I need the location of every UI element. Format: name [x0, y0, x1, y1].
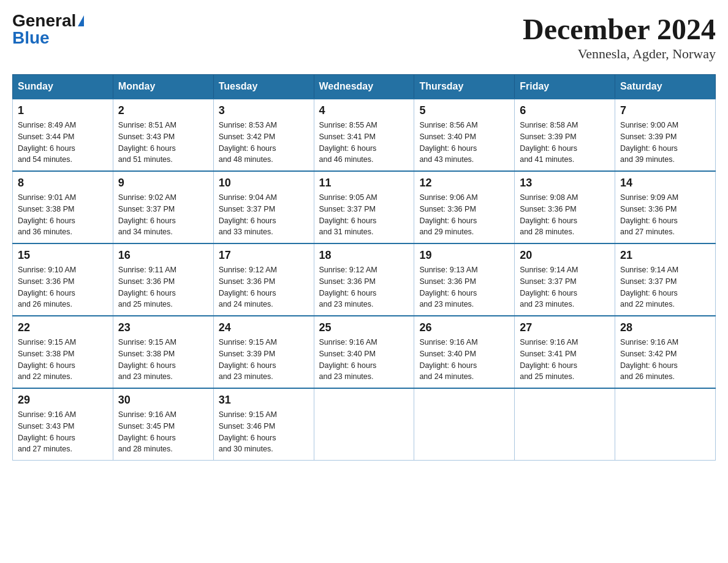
day-info: Sunrise: 9:13 AM Sunset: 3:36 PM Dayligh…: [419, 264, 509, 310]
day-number: 5: [419, 104, 509, 117]
table-row: 10 Sunrise: 9:04 AM Sunset: 3:37 PM Dayl…: [213, 171, 314, 243]
table-row: 7 Sunrise: 9:00 AM Sunset: 3:39 PM Dayli…: [615, 99, 716, 171]
table-row: 29 Sunrise: 9:16 AM Sunset: 3:43 PM Dayl…: [13, 388, 113, 461]
table-row: 24 Sunrise: 9:15 AM Sunset: 3:39 PM Dayl…: [213, 316, 314, 388]
day-number: 23: [118, 321, 208, 334]
day-info: Sunrise: 9:06 AM Sunset: 3:36 PM Dayligh…: [419, 192, 509, 238]
day-info: Sunrise: 8:55 AM Sunset: 3:41 PM Dayligh…: [319, 120, 409, 166]
table-row: 27 Sunrise: 9:16 AM Sunset: 3:41 PM Dayl…: [515, 316, 615, 388]
table-row: [515, 388, 615, 461]
day-info: Sunrise: 9:15 AM Sunset: 3:38 PM Dayligh…: [118, 337, 208, 383]
table-row: 4 Sunrise: 8:55 AM Sunset: 3:41 PM Dayli…: [314, 99, 414, 171]
logo-general: General: [12, 12, 76, 29]
table-row: 3 Sunrise: 8:53 AM Sunset: 3:42 PM Dayli…: [213, 99, 314, 171]
day-info: Sunrise: 8:58 AM Sunset: 3:39 PM Dayligh…: [520, 120, 610, 166]
day-info: Sunrise: 9:08 AM Sunset: 3:36 PM Dayligh…: [520, 192, 610, 238]
day-info: Sunrise: 9:15 AM Sunset: 3:38 PM Dayligh…: [18, 337, 108, 383]
day-number: 30: [118, 394, 208, 407]
table-row: 8 Sunrise: 9:01 AM Sunset: 3:38 PM Dayli…: [13, 171, 113, 243]
day-info: Sunrise: 9:12 AM Sunset: 3:36 PM Dayligh…: [219, 264, 309, 310]
day-info: Sunrise: 9:16 AM Sunset: 3:40 PM Dayligh…: [319, 337, 409, 383]
day-info: Sunrise: 9:09 AM Sunset: 3:36 PM Dayligh…: [620, 192, 710, 238]
header-sunday: Sunday: [13, 75, 113, 99]
day-info: Sunrise: 9:02 AM Sunset: 3:37 PM Dayligh…: [118, 192, 208, 238]
table-row: 17 Sunrise: 9:12 AM Sunset: 3:36 PM Dayl…: [213, 243, 314, 316]
table-row: 11 Sunrise: 9:05 AM Sunset: 3:37 PM Dayl…: [314, 171, 414, 243]
header-tuesday: Tuesday: [213, 75, 314, 99]
table-row: 13 Sunrise: 9:08 AM Sunset: 3:36 PM Dayl…: [515, 171, 615, 243]
calendar-week-row: 1 Sunrise: 8:49 AM Sunset: 3:44 PM Dayli…: [13, 99, 716, 171]
page-header: General Blue December 2024 Vennesla, Agd…: [12, 12, 716, 62]
header-thursday: Thursday: [414, 75, 515, 99]
header-saturday: Saturday: [615, 75, 716, 99]
day-info: Sunrise: 9:11 AM Sunset: 3:36 PM Dayligh…: [118, 264, 208, 310]
table-row: 28 Sunrise: 9:16 AM Sunset: 3:42 PM Dayl…: [615, 316, 716, 388]
calendar-week-row: 22 Sunrise: 9:15 AM Sunset: 3:38 PM Dayl…: [13, 316, 716, 388]
day-number: 15: [18, 249, 108, 262]
calendar-week-row: 29 Sunrise: 9:16 AM Sunset: 3:43 PM Dayl…: [13, 388, 716, 461]
table-row: [615, 388, 716, 461]
table-row: 31 Sunrise: 9:15 AM Sunset: 3:46 PM Dayl…: [213, 388, 314, 461]
table-row: 25 Sunrise: 9:16 AM Sunset: 3:40 PM Dayl…: [314, 316, 414, 388]
day-number: 27: [520, 321, 610, 334]
day-info: Sunrise: 8:56 AM Sunset: 3:40 PM Dayligh…: [419, 120, 509, 166]
day-info: Sunrise: 9:00 AM Sunset: 3:39 PM Dayligh…: [620, 120, 710, 166]
day-number: 7: [620, 104, 710, 117]
table-row: 2 Sunrise: 8:51 AM Sunset: 3:43 PM Dayli…: [113, 99, 213, 171]
day-info: Sunrise: 9:10 AM Sunset: 3:36 PM Dayligh…: [18, 264, 108, 310]
day-number: 19: [419, 249, 509, 262]
table-row: 26 Sunrise: 9:16 AM Sunset: 3:40 PM Dayl…: [414, 316, 515, 388]
day-info: Sunrise: 9:16 AM Sunset: 3:41 PM Dayligh…: [520, 337, 610, 383]
header-wednesday: Wednesday: [314, 75, 414, 99]
calendar-subtitle: Vennesla, Agder, Norway: [523, 46, 716, 62]
table-row: 18 Sunrise: 9:12 AM Sunset: 3:36 PM Dayl…: [314, 243, 414, 316]
table-row: 12 Sunrise: 9:06 AM Sunset: 3:36 PM Dayl…: [414, 171, 515, 243]
day-info: Sunrise: 9:16 AM Sunset: 3:45 PM Dayligh…: [118, 409, 208, 455]
day-number: 6: [520, 104, 610, 117]
day-number: 14: [620, 177, 710, 190]
day-number: 4: [319, 104, 409, 117]
day-number: 12: [419, 177, 509, 190]
day-number: 25: [319, 321, 409, 334]
calendar-table: Sunday Monday Tuesday Wednesday Thursday…: [12, 74, 716, 461]
table-row: 30 Sunrise: 9:16 AM Sunset: 3:45 PM Dayl…: [113, 388, 213, 461]
day-number: 11: [319, 177, 409, 190]
table-row: 5 Sunrise: 8:56 AM Sunset: 3:40 PM Dayli…: [414, 99, 515, 171]
table-row: 21 Sunrise: 9:14 AM Sunset: 3:37 PM Dayl…: [615, 243, 716, 316]
day-number: 24: [219, 321, 309, 334]
day-number: 26: [419, 321, 509, 334]
day-number: 21: [620, 249, 710, 262]
header-friday: Friday: [515, 75, 615, 99]
day-info: Sunrise: 8:51 AM Sunset: 3:43 PM Dayligh…: [118, 120, 208, 166]
day-number: 1: [18, 104, 108, 117]
day-number: 17: [219, 249, 309, 262]
day-info: Sunrise: 9:04 AM Sunset: 3:37 PM Dayligh…: [219, 192, 309, 238]
table-row: 20 Sunrise: 9:14 AM Sunset: 3:37 PM Dayl…: [515, 243, 615, 316]
day-info: Sunrise: 9:01 AM Sunset: 3:38 PM Dayligh…: [18, 192, 108, 238]
day-number: 18: [319, 249, 409, 262]
day-info: Sunrise: 8:49 AM Sunset: 3:44 PM Dayligh…: [18, 120, 108, 166]
day-info: Sunrise: 9:16 AM Sunset: 3:40 PM Dayligh…: [419, 337, 509, 383]
day-info: Sunrise: 9:05 AM Sunset: 3:37 PM Dayligh…: [319, 192, 409, 238]
day-info: Sunrise: 9:16 AM Sunset: 3:43 PM Dayligh…: [18, 409, 108, 455]
table-row: 22 Sunrise: 9:15 AM Sunset: 3:38 PM Dayl…: [13, 316, 113, 388]
day-info: Sunrise: 8:53 AM Sunset: 3:42 PM Dayligh…: [219, 120, 309, 166]
day-number: 2: [118, 104, 208, 117]
day-number: 22: [18, 321, 108, 334]
day-number: 13: [520, 177, 610, 190]
table-row: [414, 388, 515, 461]
day-info: Sunrise: 9:16 AM Sunset: 3:42 PM Dayligh…: [620, 337, 710, 383]
day-number: 31: [219, 394, 309, 407]
day-number: 8: [18, 177, 108, 190]
table-row: 6 Sunrise: 8:58 AM Sunset: 3:39 PM Dayli…: [515, 99, 615, 171]
table-row: 16 Sunrise: 9:11 AM Sunset: 3:36 PM Dayl…: [113, 243, 213, 316]
table-row: 9 Sunrise: 9:02 AM Sunset: 3:37 PM Dayli…: [113, 171, 213, 243]
day-info: Sunrise: 9:14 AM Sunset: 3:37 PM Dayligh…: [520, 264, 610, 310]
table-row: 19 Sunrise: 9:13 AM Sunset: 3:36 PM Dayl…: [414, 243, 515, 316]
day-number: 28: [620, 321, 710, 334]
day-number: 10: [219, 177, 309, 190]
logo-triangle-icon: [78, 15, 84, 26]
day-info: Sunrise: 9:14 AM Sunset: 3:37 PM Dayligh…: [620, 264, 710, 310]
day-number: 16: [118, 249, 208, 262]
day-info: Sunrise: 9:15 AM Sunset: 3:39 PM Dayligh…: [219, 337, 309, 383]
